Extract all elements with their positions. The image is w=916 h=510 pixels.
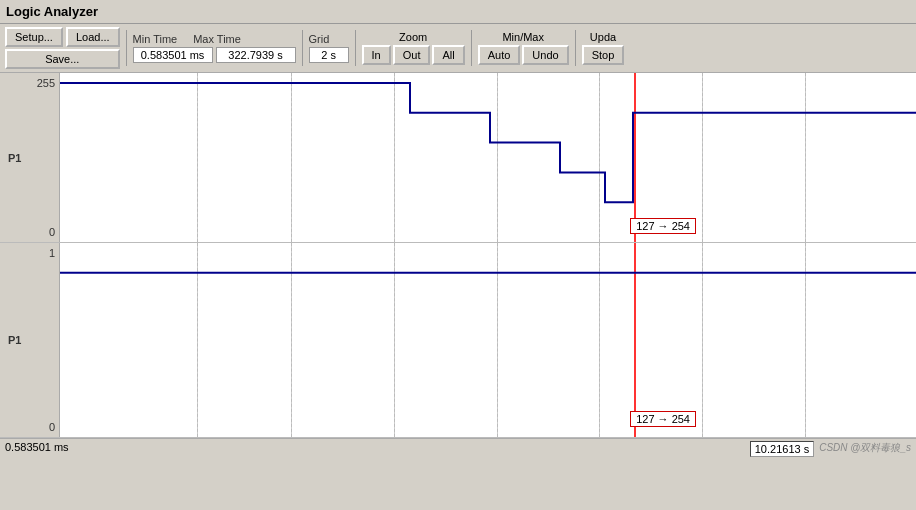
waveform-svg-digital [60, 243, 916, 437]
channel-bottom-value-analog: 0 [49, 226, 55, 238]
auto-button[interactable]: Auto [478, 45, 521, 65]
app-title: Logic Analyzer [6, 4, 98, 19]
watermark: CSDN @双料毒狼_s [819, 441, 911, 457]
grid-label: Grid [309, 33, 330, 45]
waveform-area-digital[interactable]: 127 → 254 [60, 243, 916, 437]
channel-analog: 255 P1 0 127 → 254 [0, 73, 916, 243]
channel-label-analog: 255 P1 0 [0, 73, 60, 242]
status-right-time: 10.21613 s [750, 441, 814, 457]
max-time-value: 322.7939 s [216, 47, 296, 63]
status-bar: 0.583501 ms 10.21613 s CSDN @双料毒狼_s [0, 438, 916, 459]
undo-button[interactable]: Undo [522, 45, 568, 65]
channel-top-value-digital: 1 [49, 247, 55, 259]
toolbar: Setup... Load... Save... Min Time Max Ti… [0, 24, 916, 73]
stop-button[interactable]: Stop [582, 45, 625, 65]
annotation-analog: 127 → 254 [630, 218, 696, 234]
waveform-area-analog[interactable]: 127 → 254 [60, 73, 916, 242]
setup-button[interactable]: Setup... [5, 27, 63, 47]
channel-bottom-value-digital: 0 [49, 421, 55, 433]
title-bar: Logic Analyzer [0, 0, 916, 24]
waveform-svg-analog [60, 73, 916, 242]
zoom-label: Zoom [399, 31, 427, 43]
chart-area: 255 P1 0 127 → 254 [0, 73, 916, 438]
channel-name-digital: P1 [8, 334, 21, 346]
channel-name-analog: P1 [8, 152, 21, 164]
min-time-value: 0.583501 ms [133, 47, 213, 63]
annotation-digital: 127 → 254 [630, 411, 696, 427]
grid-value: 2 s [309, 47, 349, 63]
channel-digital: 1 P1 0 127 → 254 [0, 243, 916, 438]
zoom-in-button[interactable]: In [362, 45, 391, 65]
save-button[interactable]: Save... [5, 49, 120, 69]
minmax-label: Min/Max [502, 31, 544, 43]
update-label: Upda [590, 31, 616, 43]
zoom-all-button[interactable]: All [432, 45, 464, 65]
min-time-label: Min Time [133, 33, 178, 45]
channel-top-value: 255 [37, 77, 55, 89]
max-time-label: Max Time [193, 33, 241, 45]
status-left-time: 0.583501 ms [5, 441, 69, 457]
load-button[interactable]: Load... [66, 27, 120, 47]
zoom-out-button[interactable]: Out [393, 45, 431, 65]
channel-label-digital: 1 P1 0 [0, 243, 60, 437]
